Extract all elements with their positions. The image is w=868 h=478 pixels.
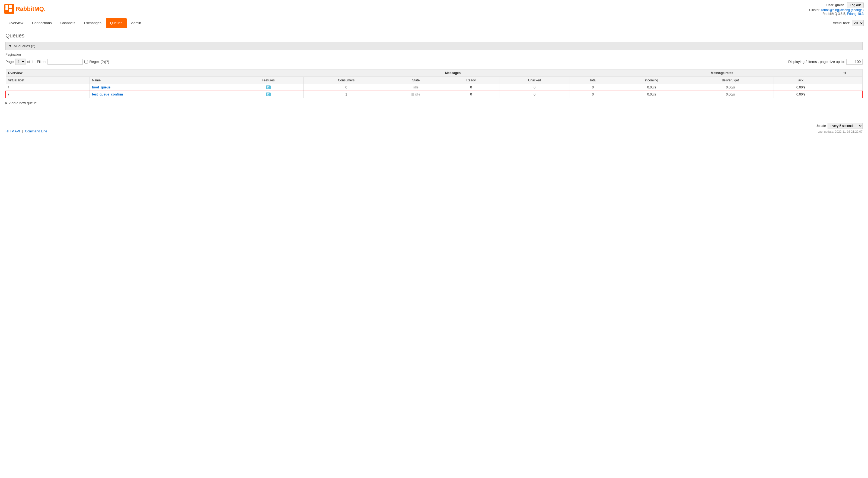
- section-collapse-arrow: ▼: [8, 44, 12, 48]
- add-queue-section[interactable]: ▶ Add a new queue: [5, 101, 863, 105]
- cluster-name-link[interactable]: rabbit@dingjiaxiong: [822, 8, 850, 12]
- nav-item-connections[interactable]: Connections: [28, 18, 56, 28]
- table-row: /boot_queueD0idle0000.00/s0.00/s0.00/s: [6, 84, 862, 91]
- cell-incoming: 0.00/s: [616, 91, 687, 98]
- footer-left: HTTP API | Command Line: [5, 129, 47, 133]
- section-header-all-queues[interactable]: ▼ All queues (2): [5, 42, 863, 50]
- pagination-row: Page 1 of 1 - Filter: Regex (?)(?) Displ…: [5, 59, 863, 65]
- http-api-link[interactable]: HTTP API: [5, 129, 20, 133]
- cell-consumers: 1: [304, 91, 389, 98]
- state-text: idle: [415, 92, 421, 96]
- queue-name-link[interactable]: test_queue_confirm: [92, 92, 123, 96]
- filter-label: - Filter:: [35, 60, 45, 64]
- displaying-label: Displaying 2 items , page size up to:: [788, 60, 845, 64]
- cell-name: test_queue_confirm: [90, 91, 233, 98]
- col-header-unacked: Unacked: [499, 77, 570, 84]
- cell-consumers: 0: [304, 84, 389, 91]
- col-header-virtual-host: Virtual host: [6, 77, 90, 84]
- rabbitmq-logo-icon: [4, 4, 14, 14]
- cell-virtual-host: /: [6, 91, 90, 98]
- col-header-ack: ack: [774, 77, 828, 84]
- cell-state: idle: [389, 84, 443, 91]
- table-row: /test_queue_confirmD1 idle0000.00/s0.00/…: [6, 91, 862, 98]
- cell-state: idle: [389, 91, 443, 98]
- pagination-right: Displaying 2 items , page size up to: 10…: [788, 59, 863, 65]
- of-label: of 1: [27, 60, 33, 64]
- filter-input[interactable]: [48, 59, 83, 65]
- cell-ack: 0.00/s: [774, 84, 828, 91]
- cluster-change-link[interactable]: (change): [851, 8, 864, 12]
- group-header-overview: Overview: [6, 69, 443, 77]
- update-row: Update every 5 seconds every 10 seconds …: [815, 123, 863, 129]
- header-right: User: guest Log out Cluster: rabbit@ding…: [809, 2, 864, 16]
- cluster-label: Cluster:: [809, 8, 820, 12]
- page-label: Page: [5, 60, 13, 64]
- svg-rect-3: [9, 9, 12, 12]
- cell-ready: 0: [443, 91, 499, 98]
- add-queue-label: Add a new queue: [9, 101, 37, 105]
- svg-rect-1: [5, 7, 8, 10]
- svg-rect-4: [5, 5, 8, 7]
- add-queue-arrow-icon: ▶: [5, 101, 8, 105]
- erlang-link[interactable]: Erlang 18.3: [847, 12, 864, 16]
- nav-item-exchanges[interactable]: Exchanges: [80, 18, 105, 28]
- user-label: User:: [827, 3, 834, 7]
- col-header-deliver-get: deliver / get: [687, 77, 774, 84]
- cell-features: D: [233, 84, 304, 91]
- col-header-incoming: incoming: [616, 77, 687, 84]
- cell-incoming: 0.00/s: [616, 84, 687, 91]
- virtual-host-select[interactable]: All /: [852, 20, 864, 26]
- section-body: Pagination Page 1 of 1 - Filter: Regex (…: [5, 50, 863, 108]
- pagination-label: Pagination: [5, 53, 863, 56]
- header: RabbitMQ. User: guest Log out Cluster: r…: [0, 0, 868, 18]
- nav-item-channels[interactable]: Channels: [56, 18, 80, 28]
- cell-ack: 0.00/s: [774, 91, 828, 98]
- pagination-left: Page 1 of 1 - Filter: Regex (?)(?): [5, 59, 109, 65]
- state-text: idle: [413, 86, 418, 89]
- command-line-link[interactable]: Command Line: [25, 129, 47, 133]
- queues-table: Overview Messages Message rates +/- Virt…: [5, 69, 863, 98]
- queue-name-link[interactable]: boot_queue: [92, 86, 111, 89]
- page-title: Queues: [5, 33, 863, 39]
- cell-total: 0: [569, 84, 616, 91]
- col-header-total: Total: [569, 77, 616, 84]
- version-text: RabbitMQ 3.6.5,: [823, 12, 846, 16]
- logout-button[interactable]: Log out: [847, 2, 864, 8]
- footer: HTTP API | Command Line Update every 5 s…: [0, 120, 868, 136]
- col-header-extra: [828, 77, 862, 84]
- page-content: Queues ▼ All queues (2) Pagination Page …: [0, 28, 868, 112]
- col-header-name: Name: [90, 77, 233, 84]
- footer-separator: |: [22, 129, 23, 133]
- col-header-state: State: [389, 77, 443, 84]
- cell-name: boot_queue: [90, 84, 233, 91]
- table-group-header-row: Overview Messages Message rates +/-: [6, 69, 862, 77]
- virtual-host-label: Virtual host:: [833, 21, 850, 25]
- cell-unacked: 0: [499, 84, 570, 91]
- nav-item-queues[interactable]: Queues: [106, 18, 127, 28]
- cell-features: D: [233, 91, 304, 98]
- last-update-label: Last update:: [817, 130, 834, 133]
- cell-deliver-get: 0.00/s: [687, 84, 774, 91]
- cell-extra: [828, 84, 862, 91]
- cell-deliver-get: 0.00/s: [687, 91, 774, 98]
- cell-ready: 0: [443, 84, 499, 91]
- page-select[interactable]: 1: [15, 59, 26, 65]
- cell-total: 0: [569, 91, 616, 98]
- page-size-input[interactable]: 100: [846, 59, 863, 65]
- update-select[interactable]: every 5 seconds every 10 seconds every 3…: [828, 123, 863, 129]
- state-square-icon: [411, 93, 414, 96]
- user-name: guest: [835, 3, 844, 7]
- group-header-messages: Messages: [443, 69, 616, 77]
- nav-item-admin[interactable]: Admin: [127, 18, 145, 28]
- group-header-plusminus[interactable]: +/-: [828, 69, 862, 77]
- table-column-header-row: Virtual host Name Features Consumers Sta…: [6, 77, 862, 84]
- group-header-message-rates: Message rates: [616, 69, 828, 77]
- nav-item-overview[interactable]: Overview: [4, 18, 28, 28]
- regex-checkbox[interactable]: [84, 60, 88, 63]
- col-header-consumers: Consumers: [304, 77, 389, 84]
- footer-right: Update every 5 seconds every 10 seconds …: [815, 123, 863, 133]
- logo-text: RabbitMQ.: [16, 5, 45, 12]
- cell-virtual-host: /: [6, 84, 90, 91]
- feature-badge: D: [266, 92, 271, 96]
- section-title: All queues (2): [13, 44, 35, 48]
